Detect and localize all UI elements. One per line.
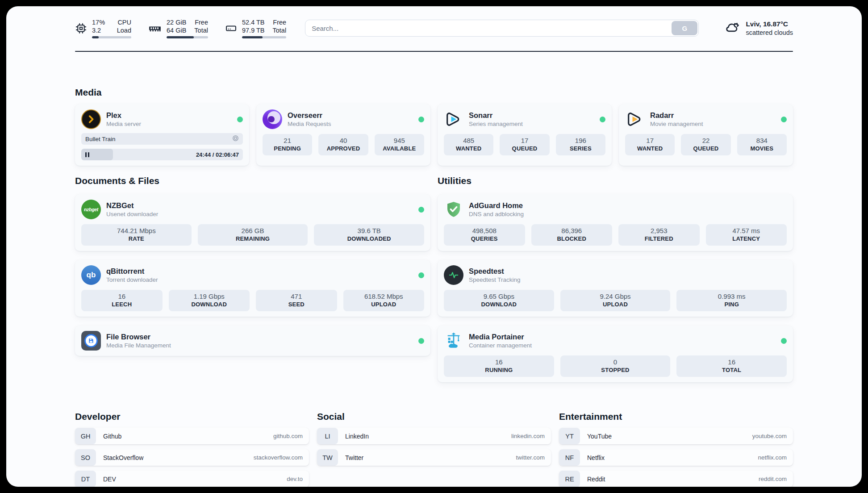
link-badge: NF (559, 449, 580, 466)
ram-stat: 22 GiBFree 64 GiBTotal (148, 18, 208, 38)
stat-label: WANTED (446, 145, 492, 153)
link-row-netflix[interactable]: NF Netflix netflix.com (559, 449, 793, 466)
system-stats: 17%CPU 3.2Load 22 GiBFree 64 GiBTotal (75, 18, 286, 38)
link-row-reddit[interactable]: RE Reddit reddit.com (559, 471, 793, 487)
link-name: Netflix (587, 454, 605, 461)
disk-free-value: 52.4 TB (242, 18, 265, 26)
app-desc: Container management (469, 342, 532, 350)
playback-time: 24:44 / 02:06:47 (196, 151, 239, 158)
link-url: dev.to (287, 476, 303, 482)
app-card-radarr[interactable]: Radarr Movie management 17WANTED 22QUEUE… (619, 104, 793, 166)
stat-value: 22 (683, 136, 729, 145)
search-input[interactable] (305, 20, 699, 37)
stat-value: 0 (562, 358, 669, 366)
stat-label: FILTERED (620, 235, 698, 243)
stat-box: 1.19 GbpsDOWNLOAD (169, 290, 250, 311)
app-name: Media Portainer (469, 332, 532, 342)
app-desc: Media Requests (288, 120, 331, 128)
section-social: Social LI LinkedIn linkedin.com TW Twitt… (317, 410, 551, 487)
app-desc: Usenet downloader (106, 210, 158, 218)
link-row-stackoverflow[interactable]: SO StackOverflow stackoverflow.com (75, 449, 309, 466)
stat-label: DOWNLOAD (171, 301, 248, 309)
app-card-speedtest[interactable]: Speedtest Speedtest Tracking 9.65 GbpsDO… (438, 260, 793, 317)
link-badge: GH (75, 428, 96, 444)
app-card-nzbget[interactable]: nzbget NZBGet Usenet downloader 744.21 M… (75, 194, 430, 251)
stat-box: 17QUEUED (500, 134, 549, 155)
stat-label: WANTED (627, 145, 673, 153)
stat-label: TOTAL (678, 366, 785, 374)
stat-value: 9.65 Gbps (446, 292, 552, 301)
cpu-load-label: Load (117, 26, 131, 34)
stat-box: 498,508QUERIES (444, 224, 525, 246)
stat-box: 471SEED (256, 290, 337, 311)
app-desc: Torrent downloader (106, 276, 158, 284)
stat-label: MOVIES (739, 145, 785, 153)
app-card-qbittorrent[interactable]: qb qBittorrent Torrent downloader 16LEEC… (75, 260, 430, 317)
stat-value: 471 (258, 292, 335, 301)
stat-box: 485WANTED (444, 134, 493, 155)
stat-value: 266 GB (200, 226, 306, 235)
link-row-dev[interactable]: DT DEV dev.to (75, 471, 309, 487)
app-name: Sonarr (469, 111, 523, 120)
cloud-icon (724, 20, 740, 37)
app-card-portainer[interactable]: Media Portainer Container management 16R… (438, 326, 793, 382)
link-badge: TW (317, 449, 338, 466)
pause-icon[interactable] (85, 152, 89, 157)
status-online-dot (418, 272, 424, 278)
now-playing-row: Bullet Train (81, 133, 243, 145)
stat-label: UPLOAD (345, 301, 423, 309)
link-row-twitter[interactable]: TW Twitter twitter.com (317, 449, 551, 466)
stat-value: 17 (501, 136, 547, 145)
app-card-plex[interactable]: Plex Media server Bullet Train 24:44 / 0… (75, 104, 249, 166)
link-name: YouTube (587, 433, 612, 440)
stat-box: 40APPROVED (318, 134, 368, 155)
overseerr-icon (263, 109, 282, 129)
link-badge: LI (317, 428, 338, 444)
stat-label: LEECH (83, 301, 161, 309)
app-desc: Speedtest Tracking (469, 276, 521, 284)
playback-progress-row[interactable]: 24:44 / 02:06:47 (81, 149, 243, 160)
app-card-overseerr[interactable]: Overseerr Media Requests 21PENDING 40APP… (256, 104, 430, 166)
link-name: DEV (103, 476, 116, 483)
section-title-documents: Documents & Files (75, 175, 430, 187)
app-card-adguard[interactable]: AdGuard Home DNS and adblocking 498,508Q… (438, 194, 793, 251)
link-url: youtube.com (752, 433, 787, 439)
stat-value: 618.52 Mbps (345, 292, 423, 301)
stat-label: SERIES (558, 145, 604, 153)
stat-value: 196 (558, 136, 604, 145)
stat-label: QUERIES (446, 235, 523, 243)
search-engine-button[interactable]: G (672, 21, 697, 35)
stat-value: 16 (446, 358, 552, 366)
status-online-dot (781, 338, 787, 344)
speedtest-icon (444, 265, 463, 285)
stat-label: AVAILABLE (376, 145, 422, 153)
stat-value: 16 (678, 358, 785, 366)
link-url: github.com (273, 433, 303, 439)
radarr-icon (625, 109, 645, 129)
cpu-progress-bar (92, 36, 131, 38)
status-online-dot (600, 117, 605, 122)
stat-box: 2,953FILTERED (618, 224, 700, 246)
link-url: netflix.com (758, 454, 787, 461)
link-row-github[interactable]: GH Github github.com (75, 428, 309, 444)
stat-label: UPLOAD (562, 301, 669, 309)
qbittorrent-icon: qb (81, 265, 101, 285)
disk-stat: 52.4 TBFree 97.9 TBTotal (225, 18, 286, 38)
stat-label: DOWNLOAD (446, 301, 552, 309)
section-title-social: Social (317, 410, 551, 423)
link-url: stackoverflow.com (254, 454, 303, 461)
stat-value: 86,396 (533, 226, 611, 235)
stat-box: 16TOTAL (676, 355, 787, 377)
link-badge: RE (559, 471, 580, 487)
link-name: Twitter (345, 454, 363, 461)
stat-box: 16RUNNING (444, 355, 554, 377)
disk-progress-bar (242, 36, 286, 38)
stat-label: LATENCY (708, 235, 785, 243)
app-card-filebrowser[interactable]: File Browser Media File Management (75, 326, 430, 356)
link-row-youtube[interactable]: YT YouTube youtube.com (559, 428, 793, 444)
link-row-linkedin[interactable]: LI LinkedIn linkedin.com (317, 428, 551, 444)
stat-box: 266 GBREMAINING (198, 224, 308, 246)
app-card-sonarr[interactable]: Sonarr Series management 485WANTED 17QUE… (438, 104, 612, 166)
stat-value: 834 (739, 136, 785, 145)
link-url: linkedin.com (511, 433, 545, 439)
